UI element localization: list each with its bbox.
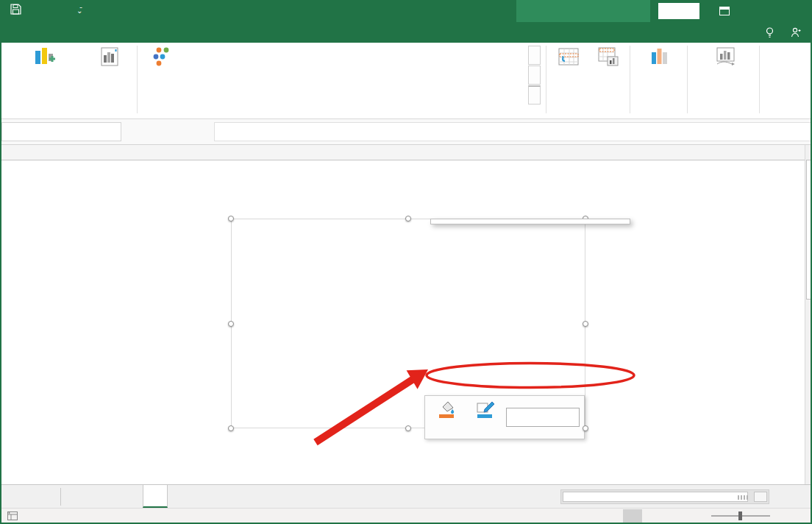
quick-layout-icon [99, 46, 121, 67]
outline-pencil-icon [474, 400, 496, 419]
title-bar: ⌄̄ [1, 0, 812, 22]
fill-button[interactable] [428, 400, 466, 436]
qat-customize-icon[interactable]: ⌄̄ [76, 4, 82, 18]
quick-layout-button[interactable] [85, 45, 134, 104]
tab-divider [60, 488, 61, 506]
change-chart-type-icon [649, 46, 669, 67]
group-chart-styles [138, 43, 544, 118]
share-person-icon [791, 27, 801, 38]
chart-handle-top-center[interactable] [405, 216, 411, 222]
assistant-item[interactable] [766, 27, 777, 38]
group-data [549, 43, 628, 118]
formula-input[interactable] [214, 122, 812, 141]
change-colors-button[interactable] [140, 45, 185, 104]
mini-toolbar [424, 395, 585, 439]
excel-window: ⌄̄ [0, 0, 812, 524]
ribbon-tab-strip [1, 22, 812, 43]
group-type [633, 43, 685, 118]
move-chart-button[interactable] [693, 45, 758, 104]
chart-handle-bottom-center[interactable] [405, 425, 411, 431]
gallery-up-icon[interactable] [528, 46, 541, 65]
sheet-tab-list1[interactable] [143, 485, 168, 508]
ribbon [1, 43, 812, 119]
macro-record-icon[interactable] [7, 511, 18, 520]
sheet-tab-bar [1, 484, 812, 508]
select-data-button[interactable] [590, 45, 627, 104]
sign-in-button[interactable] [658, 3, 699, 19]
sheet-tab-microexcel[interactable] [69, 485, 93, 508]
vertical-scroll-thumb[interactable] [806, 160, 812, 300]
ribbon-display-options-icon[interactable] [713, 0, 736, 22]
add-chart-element-button[interactable] [4, 45, 84, 104]
change-chart-type-button[interactable] [633, 45, 685, 104]
lightbulb-icon [766, 27, 774, 38]
name-box[interactable] [1, 122, 121, 141]
formula-bar [1, 119, 812, 145]
horizontal-scrollbar[interactable] [560, 489, 769, 504]
ribbon-separator [137, 46, 138, 113]
ribbon-right-items [766, 22, 805, 43]
group-chart-layouts [3, 43, 137, 118]
gallery-down-icon[interactable] [528, 66, 541, 85]
close-button[interactable] [791, 0, 812, 22]
chart-handle-bottom-right[interactable] [583, 425, 588, 431]
chart-handle-mid-right[interactable] [583, 321, 588, 327]
outline-button[interactable] [466, 400, 505, 436]
ribbon-separator [546, 46, 546, 113]
status-bar [1, 508, 812, 523]
minimize-button[interactable] [753, 0, 775, 22]
chart-handle-bottom-left[interactable] [228, 425, 234, 431]
move-chart-icon [714, 46, 736, 67]
select-data-icon [597, 46, 619, 67]
chart-handle-top-left[interactable] [228, 216, 234, 222]
scrollbar-grip[interactable] [738, 495, 748, 500]
view-normal-icon[interactable] [623, 509, 642, 523]
scroll-right-icon[interactable] [754, 492, 767, 502]
switch-row-column-button[interactable] [549, 45, 588, 104]
chart-styles-gallery [187, 46, 527, 106]
chart-tools-label [516, 0, 650, 22]
context-menu [430, 219, 630, 224]
chart-element-dropdown[interactable] [506, 408, 580, 427]
insert-function-icon[interactable] [190, 125, 206, 138]
fill-bucket-icon [436, 400, 458, 419]
change-colors-icon [152, 46, 173, 67]
ribbon-separator [687, 46, 688, 113]
gallery-more-icon[interactable] [528, 85, 541, 105]
group-location [690, 43, 761, 118]
share-item[interactable] [791, 27, 805, 38]
ribbon-separator [630, 46, 630, 113]
cancel-formula-icon[interactable] [147, 125, 163, 138]
chart-handle-mid-left[interactable] [228, 321, 234, 327]
save-icon[interactable] [10, 4, 21, 18]
switch-row-column-icon [558, 46, 580, 67]
horizontal-scroll-thumb[interactable] [563, 492, 748, 502]
enter-formula-icon[interactable] [168, 125, 184, 138]
view-page-layout-icon[interactable] [649, 509, 668, 523]
column-headers [1, 145, 805, 160]
gallery-scroll-buttons [528, 46, 541, 105]
view-page-break-icon[interactable] [674, 509, 694, 523]
ribbon-separator [759, 46, 760, 113]
add-chart-element-icon [33, 46, 55, 67]
vertical-scrollbar[interactable] [805, 145, 812, 484]
formula-bar-dots-icon[interactable] [125, 125, 141, 138]
zoom-slider-thumb[interactable] [738, 511, 742, 520]
